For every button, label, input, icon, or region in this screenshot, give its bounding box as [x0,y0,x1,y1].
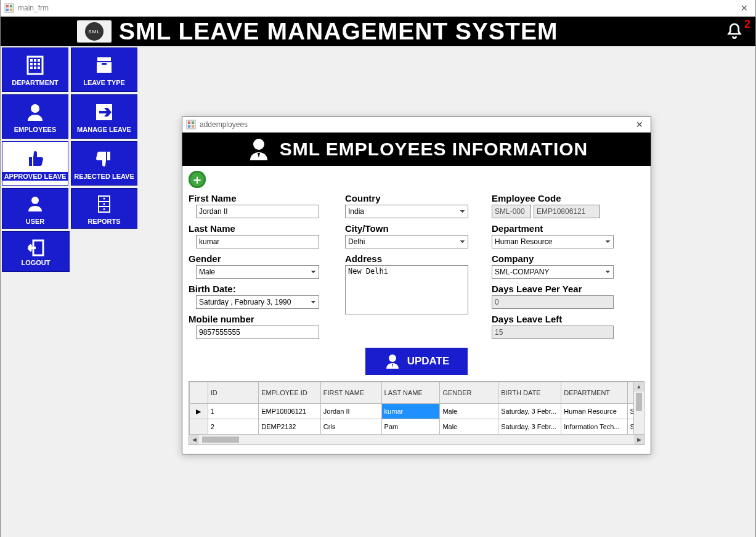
svg-rect-32 [192,125,194,128]
grid-header-cell[interactable]: LAST NAME [381,382,440,404]
sidebar-item-approved-leave[interactable]: APPROVED LEAVE [2,141,68,186]
cell-last-name[interactable]: kumar [381,404,440,419]
table-row[interactable]: ▶ 1 EMP10806121 Jordan II kumar Male Sat… [190,404,644,419]
main-window-title: main_frm [18,4,49,12]
svg-rect-3 [6,9,9,11]
department-select[interactable]: Human Resource [492,235,614,248]
vertical-scrollbar[interactable]: ▲ [633,382,644,435]
mobile-input[interactable] [196,326,319,339]
arrow-right-box-icon [93,100,115,125]
cell-department[interactable]: Human Resource [561,404,627,419]
company-label: Company [492,253,621,264]
svg-rect-2 [10,5,12,7]
scroll-right-icon[interactable]: ▶ [634,435,644,445]
svg-rect-14 [38,67,40,69]
scroll-thumb[interactable] [202,437,239,443]
scroll-left-icon[interactable]: ◀ [189,435,199,445]
sidebar-item-label: DEPARTMENT [12,79,59,86]
svg-rect-11 [38,63,40,65]
main-window-titlebar: main_frm ✕ [1,0,755,17]
employee-grid[interactable]: ID EMPLOYEE ID FIRST NAME LAST NAME GEND… [189,381,644,445]
cell-id[interactable]: 1 [208,404,259,419]
scroll-thumb[interactable] [636,393,642,411]
svg-rect-10 [34,63,36,65]
winform-icon [186,120,196,129]
country-select[interactable]: India [345,205,468,218]
cell-birth-date[interactable]: Saturday, 3 Febr... [498,419,561,435]
svg-rect-12 [30,67,33,69]
birth-date-picker[interactable]: Saturday , February 3, 1990 [196,295,319,309]
content-area: addemployees ✕ SML EMPLOYEES INFORMATION… [139,46,755,537]
winform-icon [4,3,14,13]
update-button[interactable]: UPDATE [365,348,468,375]
scroll-up-icon[interactable]: ▲ [634,382,644,391]
svg-rect-30 [192,121,194,124]
last-name-input[interactable] [196,235,319,248]
cell-birth-date[interactable]: Saturday, 3 Febr... [498,404,561,419]
mobile-label: Mobile number [189,314,328,324]
days-per-year-label: Days Leave Per Year [492,284,621,294]
sidebar-item-leave-type[interactable]: LEAVE TYPE [71,47,137,92]
days-left-value [492,326,614,339]
grid-header-cell[interactable]: GENDER [440,382,498,404]
person-icon [24,100,46,125]
grid-header-cell[interactable]: ID [208,382,259,404]
table-row[interactable]: 2 DEMP2132 Cris Pam Male Saturday, 3 Feb… [190,419,644,435]
address-textarea[interactable] [345,265,468,314]
user-icon [25,192,45,216]
cabinet-icon [94,192,114,216]
department-label: Department [492,223,621,234]
cell-first-name[interactable]: Jordan II [320,404,381,419]
svg-rect-17 [102,63,107,65]
days-left-label: Days Leave Left [492,314,621,324]
svg-point-33 [253,139,264,150]
grid-header-cell[interactable]: BIRTH DATE [498,382,561,404]
sidebar-item-reports[interactable]: REPORTS [71,188,137,229]
cell-gender[interactable]: Male [440,419,498,435]
address-label: Address [345,253,474,264]
logout-button[interactable]: LOGOUT [2,231,70,272]
notification-button[interactable]: 2 [725,22,744,41]
grid-header-cell [190,382,208,404]
city-select[interactable]: Delhi [345,235,468,248]
sidebar-item-label: LEAVE TYPE [83,79,125,86]
gender-select[interactable]: Male [196,265,319,279]
svg-point-34 [389,355,396,362]
svg-rect-29 [188,121,190,124]
grid-header-cell[interactable]: EMPLOYEE ID [259,382,321,404]
modal-window-title: addemployees [200,120,248,129]
sidebar-item-label: REPORTS [87,218,120,225]
cell-gender[interactable]: Male [440,404,498,419]
close-icon[interactable]: ✕ [632,120,647,129]
bell-icon [725,22,744,41]
sidebar-item-user[interactable]: USER [2,188,68,229]
grid-header-cell[interactable]: FIRST NAME [320,382,381,404]
add-button[interactable]: ＋ [189,171,206,188]
logout-icon [25,237,47,259]
country-label: Country [345,193,474,203]
cell-last-name[interactable]: Pam [381,419,440,435]
sidebar-item-rejected-leave[interactable]: REJECTED LEAVE [71,141,137,186]
svg-rect-9 [30,63,33,65]
sidebar-item-label: USER [26,218,45,225]
cell-department[interactable]: Information Tech... [561,419,627,435]
app-logo-text: SML [85,22,104,41]
horizontal-scrollbar[interactable]: ◀ ▶ [189,434,644,445]
building-icon [24,53,46,78]
sidebar-item-manage-leave[interactable]: MANAGE LEAVE [71,94,137,139]
cell-first-name[interactable]: Cris [320,419,381,435]
cell-emp-id[interactable]: DEMP2132 [259,419,321,435]
sidebar-item-label: REJECTED LEAVE [74,173,134,180]
close-icon[interactable]: ✕ [737,3,752,13]
sidebar-item-employees[interactable]: EMPLOYEES [2,94,68,139]
cell-id[interactable]: 2 [208,419,259,435]
company-select[interactable]: SML-COMPANY [492,265,614,279]
app-banner: SML SML LEAVE MANAGEMENT SYSTEM 2 [1,17,755,46]
cell-emp-id[interactable]: EMP10806121 [259,404,321,419]
first-name-input[interactable] [196,205,319,218]
sidebar-item-department[interactable]: DEPARTMENT [2,47,68,92]
grid-header-cell[interactable]: DEPARTMENT [561,382,627,404]
city-label: City/Town [345,223,474,234]
sidebar: DEPARTMENT LEAVE TYPE EMPLOYEES [1,46,139,537]
gender-label: Gender [189,253,328,264]
